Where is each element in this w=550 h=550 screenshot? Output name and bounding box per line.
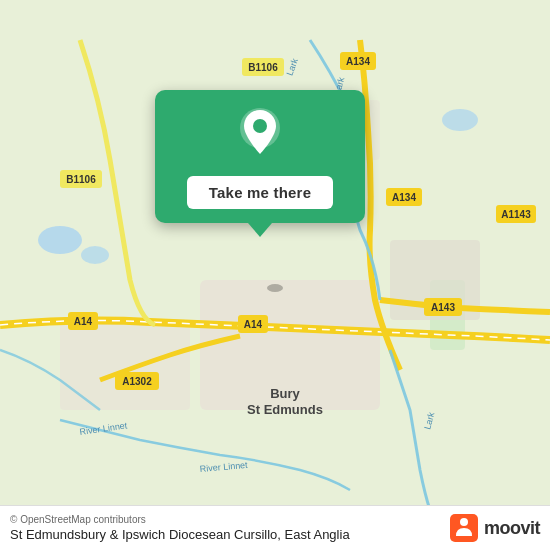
map-container: A134 A134 B1106 B1106 A14 A14 A1302 A143…: [0, 0, 550, 550]
svg-point-3: [442, 109, 478, 131]
svg-text:A14: A14: [244, 319, 263, 330]
svg-point-1: [38, 226, 82, 254]
moovit-brand-icon: [450, 514, 478, 542]
place-name-text: St Edmundsbury & Ipswich Diocesean Cursi…: [10, 527, 450, 542]
location-pin-icon: [238, 108, 282, 160]
bottom-bar: © OpenStreetMap contributors St Edmundsb…: [0, 505, 550, 550]
popup-card: Take me there: [155, 90, 365, 223]
moovit-brand-text: moovit: [484, 518, 540, 539]
attribution-text: © OpenStreetMap contributors: [10, 514, 450, 525]
svg-rect-6: [60, 320, 190, 410]
map-svg: A134 A134 B1106 B1106 A14 A14 A1302 A143…: [0, 0, 550, 550]
svg-point-2: [81, 246, 109, 264]
svg-text:B1106: B1106: [248, 62, 278, 73]
svg-point-34: [267, 284, 283, 292]
bottom-left: © OpenStreetMap contributors St Edmundsb…: [10, 514, 450, 542]
svg-text:A143: A143: [431, 302, 455, 313]
svg-text:A14: A14: [74, 316, 93, 327]
svg-point-36: [253, 119, 267, 133]
svg-text:A1302: A1302: [122, 376, 152, 387]
moovit-logo: moovit: [450, 514, 540, 542]
svg-text:A134: A134: [392, 192, 416, 203]
svg-text:A1143: A1143: [501, 209, 531, 220]
svg-text:Bury: Bury: [270, 386, 300, 401]
svg-point-38: [460, 518, 468, 526]
svg-text:B1106: B1106: [66, 174, 96, 185]
location-icon-wrap: [238, 108, 282, 164]
svg-text:A134: A134: [346, 56, 370, 67]
take-me-there-button[interactable]: Take me there: [187, 176, 333, 209]
svg-text:St Edmunds: St Edmunds: [247, 402, 323, 417]
